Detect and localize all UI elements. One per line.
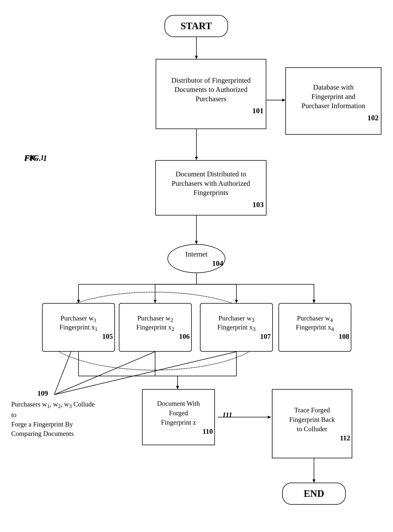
node-103-number: 103 [252,200,266,209]
svg-marker-3 [195,157,198,160]
node-106-number: 106 [179,332,191,341]
node-106-text: Purchaser w2Fingerprint x2 [136,314,174,332]
node-107-text: Purchaser w3Fingerprint x3 [217,314,255,332]
svg-marker-11 [77,300,80,303]
node-112: Trace ForgedFingerprint Backto Colluder … [272,389,352,458]
node-104-text: Internet [185,250,207,259]
node-101: Distributor of FingerprintedDocuments to… [156,59,266,129]
end-node: END [282,483,346,505]
svg-marker-14 [154,300,157,303]
node-107: Purchaser w3Fingerprint x3 107 [200,303,273,352]
node-112-number: 112 [340,434,352,442]
fig-label: FIG. 1 [24,153,47,163]
svg-line-22 [54,352,155,395]
node-109-text: Purchasers w1, w2, w3 Collude to Forge a… [11,400,101,438]
node-104: Internet 104 [167,244,225,273]
node-112-text: Trace ForgedFingerprint Backto Colluder [289,405,335,434]
svg-marker-1 [195,56,198,59]
node-110-text: Document WithForgedFingerprint z [157,399,200,427]
node-109-number: 109 [37,389,48,397]
svg-marker-7 [195,241,198,244]
node-109: Purchasers w1, w2, w3 Collude to Forge a… [11,395,101,443]
svg-line-23 [54,352,236,395]
svg-marker-17 [235,300,238,303]
node-108: Purchaser w4Fingerprint x4 108 [278,303,351,352]
node-108-number: 108 [339,332,351,341]
end-label: END [304,487,324,500]
node-106: Purchaser w2Fingerprint x2 106 [119,303,192,352]
svg-marker-34 [312,479,315,483]
arrow-111-label: 111 [222,411,232,419]
node-103-text: Document Distributed toPurchasers with A… [169,167,253,200]
diagram-container: FIG. 1 FIG. 1 START Distributor of Finge… [0,0,393,532]
svg-marker-5 [282,99,285,102]
node-104-number: 104 [212,259,225,268]
node-103: Document Distributed toPurchasers with A… [155,160,266,216]
svg-line-21 [54,352,71,395]
node-101-number: 101 [252,106,266,115]
node-108-text: Purchaser w4Fingerprint x4 [296,314,334,332]
node-102: Database withFingerprint andPurchaser In… [285,67,381,135]
start-node: START [164,15,228,37]
node-105-number: 105 [102,332,114,341]
node-105: Purchaser w1Fingerprint x1 105 [42,303,115,352]
node-105-text: Purchaser w1Fingerprint x1 [59,314,98,332]
node-110-number: 110 [203,427,214,436]
node-110: Document WithForgedFingerprint z 110 [142,389,215,445]
start-label: START [181,20,212,32]
svg-marker-32 [268,416,271,419]
svg-marker-30 [176,386,179,389]
node-102-number: 102 [367,113,381,122]
node-102-text: Database withFingerprint andPurchaser In… [299,80,368,113]
svg-marker-20 [312,300,315,303]
node-107-number: 107 [260,332,272,341]
node-101-text: Distributor of FingerprintedDocuments to… [169,73,253,106]
